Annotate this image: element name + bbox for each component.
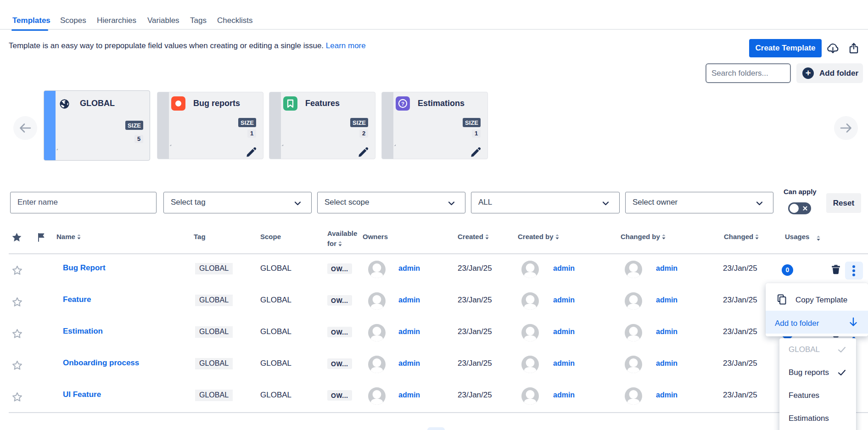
svg-text:?: ? — [401, 101, 404, 106]
